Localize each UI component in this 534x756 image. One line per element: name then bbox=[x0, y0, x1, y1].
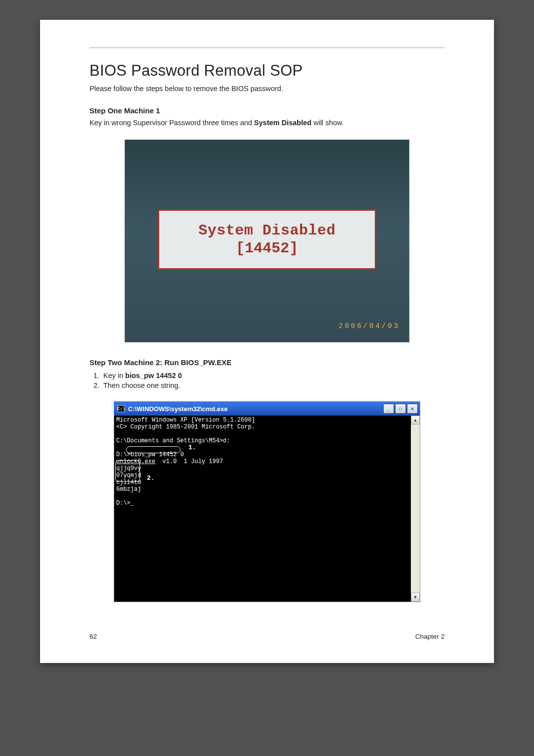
term-prompt: D:\>_ bbox=[116, 500, 134, 507]
chapter-label: Chapter 2 bbox=[415, 633, 445, 640]
term-line: <C> Copyright 1985-2001 Microsoft Corp. bbox=[116, 424, 255, 430]
intro-text: Please follow the steps below to remove … bbox=[89, 85, 445, 93]
dialog-line-2: [14452] bbox=[236, 240, 298, 257]
annotation-label-2: 2. bbox=[147, 475, 155, 482]
step-one-text: Key in wrong Supervisor Password three t… bbox=[89, 119, 445, 127]
scrollbar[interactable]: ▲ ▼ bbox=[411, 416, 420, 602]
li-bold: bios_pw 14452 0 bbox=[125, 372, 181, 379]
window-buttons: _ □ × bbox=[383, 404, 418, 414]
terminal-output[interactable]: Microsoft Windows XP [Version 5.1.2600] … bbox=[114, 416, 411, 602]
step-one-text-pre: Key in wrong Supervisor Password three t… bbox=[89, 119, 254, 127]
page-number: 62 bbox=[89, 633, 97, 640]
step-one-heading: Step One Machine 1 bbox=[89, 106, 445, 115]
cmd-icon: C:\ bbox=[117, 405, 125, 412]
dialog-line-1: System Disabled bbox=[198, 222, 336, 239]
annotation-label-1: 1. bbox=[188, 444, 196, 451]
top-rule bbox=[89, 47, 445, 48]
scroll-up-button[interactable]: ▲ bbox=[411, 416, 420, 425]
step-two-list: Key in bios_pw 14452 0 Then choose one s… bbox=[101, 372, 445, 389]
minimize-button[interactable]: _ bbox=[383, 404, 394, 414]
document-page: BIOS Password Removal SOP Please follow … bbox=[40, 20, 494, 663]
system-disabled-strong: System Disabled bbox=[254, 119, 312, 127]
list-item: Key in bios_pw 14452 0 bbox=[101, 372, 445, 379]
annotation-circle-2 bbox=[115, 460, 140, 482]
screenshot-cmd-window: C:\ C:\WINDOWS\system32\cmd.exe _ □ × Mi… bbox=[114, 401, 420, 602]
maximize-button[interactable]: □ bbox=[395, 404, 406, 414]
cmd-body: Microsoft Windows XP [Version 5.1.2600] … bbox=[114, 416, 420, 602]
page-footer: 62 Chapter 2 bbox=[89, 633, 445, 640]
li-pre: Key in bbox=[103, 372, 125, 379]
close-button[interactable]: × bbox=[407, 404, 418, 414]
term-line: Microsoft Windows XP [Version 5.1.2600] bbox=[116, 417, 255, 424]
photo-date: 2006/04/03 bbox=[339, 322, 400, 330]
scroll-down-button[interactable]: ▼ bbox=[411, 593, 420, 602]
list-item: Then choose one string. bbox=[101, 381, 445, 389]
window-title: C:\WINDOWS\system32\cmd.exe bbox=[128, 405, 228, 413]
term-line: C:\Documents and Settings\M54>d: bbox=[116, 437, 230, 444]
scroll-track[interactable] bbox=[411, 425, 420, 593]
page-title: BIOS Password Removal SOP bbox=[89, 62, 445, 80]
step-one-text-post: will show. bbox=[312, 119, 344, 127]
screenshot-system-disabled: System Disabled [14452] 2006/04/03 bbox=[125, 140, 409, 342]
li-pre: Then choose one string. bbox=[103, 381, 180, 389]
system-disabled-dialog: System Disabled [14452] bbox=[158, 209, 376, 270]
term-line: 6mbzjaj bbox=[116, 486, 141, 493]
window-titlebar[interactable]: C:\ C:\WINDOWS\system32\cmd.exe _ □ × bbox=[114, 402, 420, 416]
annotation-circle-1 bbox=[126, 446, 180, 453]
step-two-heading: Step Two Machine 2: Run BIOS_PW.EXE bbox=[89, 358, 445, 367]
term-line: v1.0 1 July 1997 bbox=[155, 458, 223, 465]
